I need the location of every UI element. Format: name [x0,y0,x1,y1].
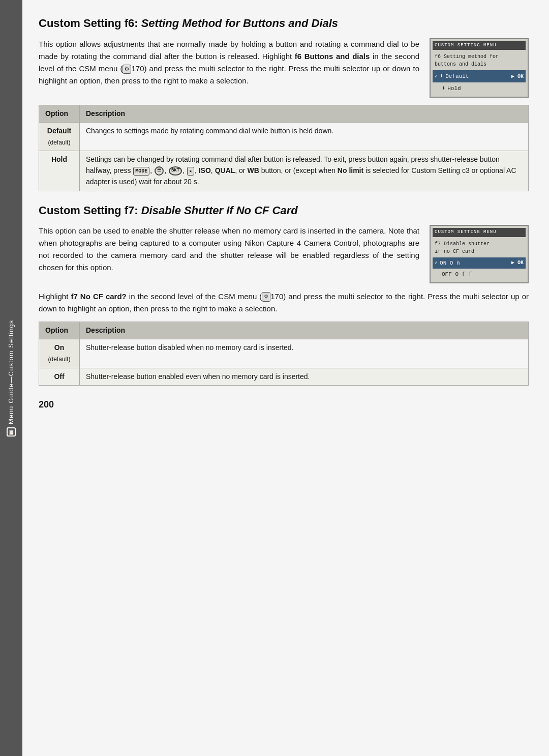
f6-col-option: Option [39,105,80,123]
f7-lcd-row2: OFF O f f [433,269,526,280]
sidebar: 📋 Menu Guide—Custom Settings [0,0,22,756]
f6-intro-para: This option allows adjustments that are … [39,38,419,87]
f6-lcd-title: CUSTOM SETTING MENU [433,41,526,50]
f6-col-desc: Description [80,105,529,123]
section-f7-title: Custom Setting f7: Disable Shutter If No… [39,203,529,218]
f6-table: Option Description Default(default) Chan… [39,105,529,191]
f6-lcd-arrow2: ⬇ [442,84,445,93]
f7-lcd-row1: ✓ ON O n ▶ OK [433,257,526,269]
f6-option-hold: Hold [39,151,80,191]
f7-intro-para: This option can be used to enable the sh… [39,225,419,274]
section-f6: Custom Setting f6: Setting Method for Bu… [39,16,529,191]
f7-lcd-screen: CUSTOM SETTING MENU f7 Disable shutter i… [430,225,529,283]
f7-table: Option Description On(default) Shutter-r… [39,322,529,386]
main-content: Custom Setting f6: Setting Method for Bu… [22,0,549,756]
f7-table-header-row: Option Description [39,322,529,339]
f7-text-block: This option can be used to enable the sh… [39,225,419,283]
f7-content-block: This option can be used to enable the sh… [39,225,529,283]
star-icon: ★ [187,167,194,176]
f6-lcd-sub2: buttons and dials [435,61,524,68]
f6-lcd-label1: Default [445,72,511,81]
f6-lcd-arrow1: ⬆ [440,72,443,81]
f7-col-option: Option [39,322,80,339]
bkt-icon: ☰ [155,166,164,176]
f6-lcd-ok1: ▶ OK [511,73,524,80]
section-f7: Custom Setting f7: Disable Shutter If No… [39,203,529,386]
mode-icon: MODE [133,167,149,176]
section-f6-title: Custom Setting f6: Setting Method for Bu… [39,16,529,31]
f6-page-ref-icon: ⚙ [123,65,131,74]
page-number: 200 [39,398,529,412]
table-row: On(default) Shutter-release button disab… [39,339,529,368]
f6-content-block: This option allows adjustments that are … [39,38,529,98]
f6-lcd-screen: CUSTOM SETTING MENU f6 Setting method fo… [430,38,529,98]
f7-lcd-title: CUSTOM SETTING MENU [433,228,526,237]
bkt2-icon: BKT [169,166,182,176]
f7-lcd-check: ✓ [435,259,438,267]
f7-lcd-label1: ON O n [440,259,511,268]
f6-lcd-sub1: f6 Setting method for [435,53,524,61]
table-row: Hold Settings can be changed by rotating… [39,151,529,191]
f6-lcd-row2: ⬇ Hold [433,82,526,95]
f7-option-off: Off [39,368,80,386]
table-row: Off Shutter-release button enabled even … [39,368,529,386]
f7-highlight-para: Highlight f7 No CF card? in the second l… [39,290,529,316]
f7-desc-on: Shutter-release button disabled when no … [80,339,529,368]
f6-table-header-row: Option Description [39,105,529,123]
f7-col-desc: Description [80,322,529,339]
f6-desc-default: Changes to settings made by rotating com… [80,123,529,151]
f7-lcd-ok: ▶ OK [511,259,524,267]
f7-lcd-label2: OFF O f f [442,270,524,279]
f6-lcd-check: ✓ [435,73,438,80]
f7-lcd-sub2: if no CF card [435,248,524,255]
f7-page-ref-icon: ⚙ [262,292,270,302]
f7-lcd-sub1: f7 Disable shutter [435,240,524,248]
f6-lcd-label2: Hold [447,84,524,93]
f6-lcd-row1: ✓ ⬆ Default ▶ OK [433,70,526,82]
f6-desc-hold: Settings can be changed by rotating comm… [80,151,529,191]
sidebar-label: Menu Guide—Custom Settings [6,319,16,424]
f7-option-on: On(default) [39,339,80,368]
table-row: Default(default) Changes to settings mad… [39,123,529,151]
f6-text-block: This option allows adjustments that are … [39,38,419,98]
f6-option-default: Default(default) [39,123,80,151]
sidebar-icon: 📋 [7,427,16,437]
f7-desc-off: Shutter-release button enabled even when… [80,368,529,386]
